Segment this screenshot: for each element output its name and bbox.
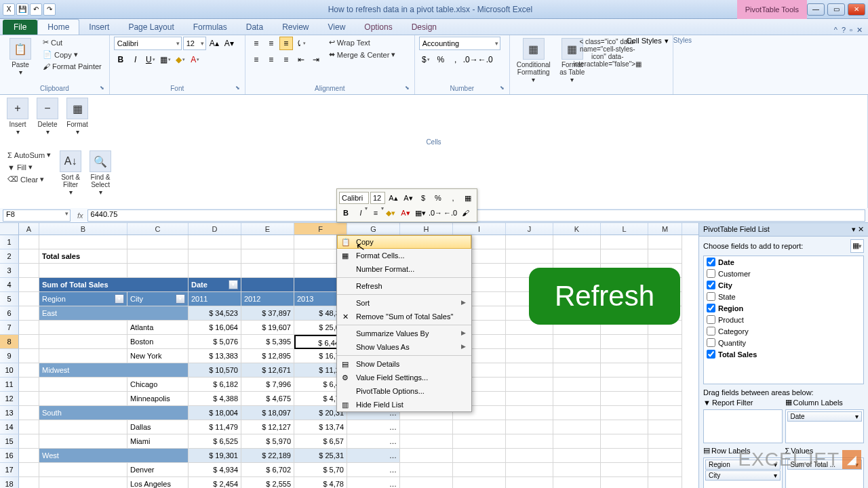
report-filter-area[interactable]: [703, 409, 783, 443]
row-header[interactable]: 2: [0, 249, 19, 264]
redo-icon[interactable]: ↷: [43, 3, 56, 16]
field-checkbox[interactable]: [707, 292, 715, 301]
cell[interactable]: [553, 477, 601, 488]
cell[interactable]: [400, 434, 453, 449]
mini-percent-icon[interactable]: %: [431, 191, 445, 205]
cell[interactable]: [601, 406, 648, 420]
row-header[interactable]: 8: [0, 335, 19, 349]
cell[interactable]: $ 2,454: [189, 477, 241, 488]
cell[interactable]: [601, 449, 648, 463]
region-subtotal[interactable]: East: [39, 306, 189, 321]
ctx-value-field-settings-[interactable]: ⚙Value Field Settings...: [337, 371, 471, 384]
cell[interactable]: …: [347, 463, 400, 477]
column-header-E[interactable]: E: [241, 223, 294, 235]
column-header-A[interactable]: A: [19, 223, 39, 235]
number-launcher-icon[interactable]: ⬊: [500, 85, 508, 93]
area-pill[interactable]: City▾: [705, 470, 781, 481]
column-header-H[interactable]: H: [400, 223, 453, 235]
cell[interactable]: $ 25,31: [294, 449, 347, 463]
cell[interactable]: [506, 249, 553, 264]
font-color-button[interactable]: A: [189, 53, 202, 66]
cell[interactable]: [506, 335, 553, 349]
cell[interactable]: [648, 335, 682, 349]
tab-file[interactable]: File: [3, 20, 37, 35]
tab-review[interactable]: Review: [273, 20, 318, 35]
cell[interactable]: $ 22,189: [241, 449, 294, 463]
cell[interactable]: Region▾: [39, 292, 127, 306]
cell[interactable]: [19, 321, 39, 335]
cell[interactable]: [453, 434, 506, 449]
cell[interactable]: [453, 477, 506, 488]
mini-inc-decimal-icon[interactable]: .0→: [429, 206, 442, 220]
cell[interactable]: [241, 278, 294, 292]
name-box[interactable]: F8: [3, 209, 71, 222]
tab-options[interactable]: Options: [355, 20, 401, 35]
field-quantity[interactable]: Quantity: [704, 337, 863, 348]
cell[interactable]: [506, 463, 553, 477]
cell[interactable]: [39, 378, 127, 392]
close-button[interactable]: ✕: [848, 3, 865, 16]
ctx-sort[interactable]: Sort▶: [337, 294, 471, 310]
font-size-combo[interactable]: 12: [183, 37, 206, 50]
cell[interactable]: …: [347, 434, 400, 449]
mini-shrink-font-icon[interactable]: A▾: [401, 191, 415, 205]
field-category[interactable]: Category: [704, 325, 863, 337]
cell[interactable]: [39, 392, 127, 406]
row-header[interactable]: 11: [0, 378, 19, 392]
mini-comma-icon[interactable]: ,: [446, 191, 460, 205]
cell[interactable]: [127, 235, 189, 249]
increase-indent-icon[interactable]: ⇥: [309, 53, 323, 66]
align-top-icon[interactable]: ≡: [250, 37, 263, 50]
cell[interactable]: $ 6,702: [241, 463, 294, 477]
column-header-I[interactable]: I: [453, 223, 506, 235]
cell[interactable]: 2011: [189, 292, 241, 306]
decrease-decimal-icon[interactable]: ←.0: [479, 53, 492, 66]
cell[interactable]: City▾: [127, 292, 189, 306]
field-product[interactable]: Product: [704, 314, 863, 325]
column-header-J[interactable]: J: [506, 223, 553, 235]
field-checkbox[interactable]: [707, 258, 715, 266]
tab-data[interactable]: Data: [237, 20, 273, 35]
cell[interactable]: [241, 235, 294, 249]
cell[interactable]: [400, 420, 453, 434]
cell[interactable]: [648, 249, 682, 264]
column-header-B[interactable]: B: [39, 223, 127, 235]
comma-format-icon[interactable]: ,: [449, 53, 462, 66]
cell[interactable]: 2012: [241, 292, 294, 306]
cell[interactable]: [19, 449, 39, 463]
cell[interactable]: New York: [127, 349, 189, 363]
field-customer[interactable]: Customer: [704, 268, 863, 279]
row-header[interactable]: 14: [0, 420, 19, 434]
cell[interactable]: Denver: [127, 463, 189, 477]
cell[interactable]: [453, 449, 506, 463]
cell[interactable]: [601, 378, 648, 392]
ctx-number-format-[interactable]: Number Format...: [337, 262, 471, 276]
paste-button[interactable]: 📋Paste▾: [4, 37, 37, 77]
cell[interactable]: [506, 420, 553, 434]
cell[interactable]: [601, 477, 648, 488]
cell[interactable]: [19, 378, 39, 392]
cell[interactable]: [39, 463, 127, 477]
cell[interactable]: Los Angeles: [127, 477, 189, 488]
cell[interactable]: [39, 434, 127, 449]
ctx-refresh[interactable]: Refresh: [337, 277, 471, 293]
number-format-combo[interactable]: Accounting: [419, 37, 500, 50]
insert-cells-button[interactable]: +Insert▾: [4, 96, 31, 137]
cell[interactable]: $ 4,78: [294, 477, 347, 488]
field-checkbox[interactable]: [707, 269, 715, 278]
region-subtotal[interactable]: South: [39, 406, 189, 420]
cell[interactable]: [19, 264, 39, 278]
cell[interactable]: [39, 477, 127, 488]
column-header-K[interactable]: K: [553, 223, 601, 235]
cell[interactable]: [648, 378, 682, 392]
excel-icon[interactable]: X: [3, 3, 15, 16]
field-state[interactable]: State: [704, 291, 863, 302]
cell[interactable]: Miami: [127, 434, 189, 449]
cell[interactable]: [601, 463, 648, 477]
cell[interactable]: [241, 249, 294, 264]
cell[interactable]: $ 6,57: [294, 434, 347, 449]
cell[interactable]: $ 34,523: [189, 306, 241, 321]
mini-font-combo[interactable]: Calibri: [339, 192, 369, 204]
cell[interactable]: [506, 349, 553, 363]
cell[interactable]: [601, 249, 648, 264]
